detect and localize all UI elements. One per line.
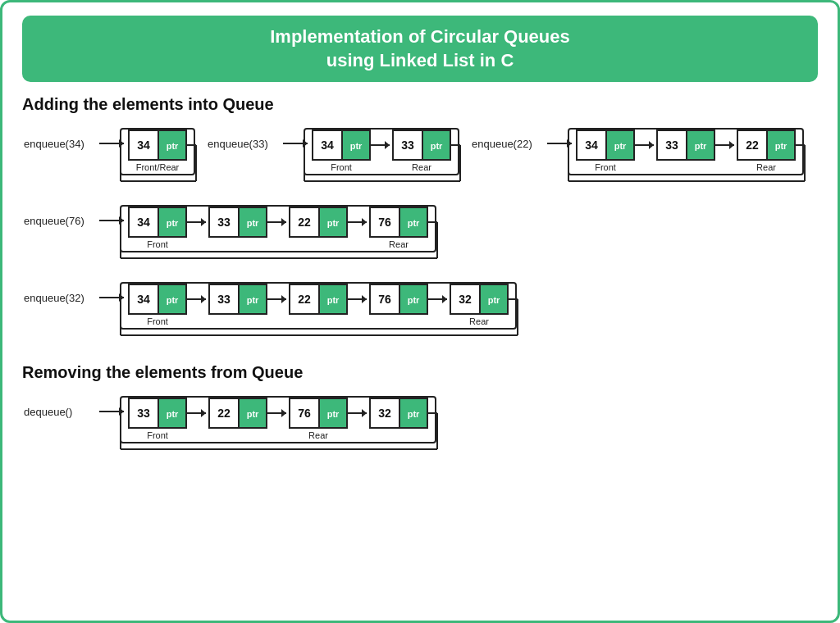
- svg-text:34: 34: [137, 293, 150, 306]
- svg-text:Front: Front: [595, 162, 616, 172]
- svg-text:ptr: ptr: [775, 141, 788, 151]
- svg-marker-162: [281, 409, 286, 417]
- svg-text:34: 34: [585, 139, 598, 152]
- svg-text:enqueue(22): enqueue(22): [472, 138, 532, 150]
- svg-text:enqueue(76): enqueue(76): [24, 215, 84, 227]
- svg-marker-155: [201, 409, 206, 417]
- svg-text:32: 32: [459, 293, 472, 306]
- svg-text:ptr: ptr: [327, 218, 340, 228]
- section-remove-title: Removing the elements from Queue: [22, 363, 818, 382]
- svg-text:33: 33: [401, 139, 414, 152]
- svg-text:ptr: ptr: [350, 141, 363, 151]
- svg-text:32: 32: [378, 407, 391, 420]
- page-wrapper: Implementation of Circular Queues using …: [0, 0, 840, 623]
- svg-text:22: 22: [298, 216, 311, 229]
- svg-marker-54: [729, 141, 734, 149]
- add-diagrams: enqueue(34)34ptrFront/Rearenqueue(33)34p…: [22, 122, 818, 353]
- svg-marker-133: [442, 295, 447, 303]
- svg-text:ptr: ptr: [327, 409, 340, 419]
- svg-text:Rear: Rear: [756, 162, 776, 172]
- row-svg-add-0: enqueue(34)34ptrFront/Rear: [22, 122, 206, 196]
- svg-marker-90: [362, 218, 367, 226]
- svg-text:Front: Front: [147, 430, 168, 440]
- svg-text:33: 33: [665, 139, 678, 152]
- svg-text:Rear: Rear: [469, 316, 489, 326]
- svg-text:ptr: ptr: [488, 295, 500, 305]
- svg-text:ptr: ptr: [327, 295, 340, 305]
- svg-text:33: 33: [217, 216, 231, 229]
- svg-text:22: 22: [746, 139, 759, 152]
- svg-text:ptr: ptr: [167, 409, 179, 419]
- section-add-title: Adding the elements into Queue: [22, 95, 818, 114]
- svg-text:ptr: ptr: [614, 141, 627, 151]
- svg-text:dequeue(): dequeue(): [24, 406, 72, 418]
- svg-text:ptr: ptr: [695, 141, 707, 151]
- svg-marker-25: [385, 141, 390, 149]
- svg-text:Rear: Rear: [308, 430, 328, 440]
- svg-text:34: 34: [137, 216, 150, 229]
- svg-marker-76: [201, 218, 206, 226]
- svg-text:34: 34: [321, 139, 334, 152]
- svg-text:Rear: Rear: [389, 239, 409, 249]
- svg-text:Front: Front: [147, 239, 168, 249]
- svg-text:Front/Rear: Front/Rear: [136, 162, 180, 172]
- row-svg-add-1: enqueue(33)34ptrFront33ptrRear: [206, 122, 470, 196]
- svg-text:enqueue(33): enqueue(33): [208, 138, 268, 150]
- row-svg-add-2: enqueue(22)34ptrFront33ptr22ptrRear: [470, 122, 815, 196]
- svg-marker-83: [281, 218, 286, 226]
- row-svg-add-4: enqueue(32)34ptrFront33ptr22ptr76ptr32pt…: [22, 276, 527, 350]
- remove-diagrams: dequeue()33ptrFront22ptr76ptrRear32ptr: [22, 390, 818, 467]
- svg-text:22: 22: [298, 293, 311, 306]
- svg-text:22: 22: [217, 407, 231, 420]
- svg-text:ptr: ptr: [167, 218, 179, 228]
- svg-marker-119: [281, 295, 286, 303]
- svg-text:ptr: ptr: [408, 295, 420, 305]
- svg-text:Front: Front: [147, 316, 168, 326]
- svg-marker-170: [362, 409, 367, 417]
- svg-text:ptr: ptr: [408, 218, 420, 228]
- svg-text:34: 34: [137, 139, 150, 152]
- svg-marker-112: [201, 295, 206, 303]
- row-svg-rem-0: dequeue()33ptrFront22ptr76ptrRear32ptr: [22, 390, 447, 464]
- svg-text:76: 76: [378, 293, 391, 306]
- svg-text:ptr: ptr: [247, 409, 259, 419]
- svg-text:ptr: ptr: [408, 409, 420, 419]
- svg-text:enqueue(32): enqueue(32): [24, 292, 84, 304]
- title-line1: Implementation of Circular Queues: [270, 26, 570, 47]
- svg-text:Rear: Rear: [412, 162, 431, 172]
- svg-text:Front: Front: [331, 162, 352, 172]
- svg-text:ptr: ptr: [167, 141, 179, 151]
- svg-marker-126: [362, 295, 367, 303]
- svg-text:enqueue(34): enqueue(34): [24, 138, 84, 150]
- svg-text:33: 33: [217, 293, 231, 306]
- svg-text:ptr: ptr: [167, 295, 179, 305]
- svg-text:76: 76: [298, 407, 311, 420]
- svg-marker-47: [649, 141, 654, 149]
- svg-text:76: 76: [378, 216, 391, 229]
- svg-text:ptr: ptr: [431, 141, 443, 151]
- title-line2: using Linked List in C: [326, 50, 514, 70]
- title-box: Implementation of Circular Queues using …: [22, 16, 818, 82]
- svg-text:ptr: ptr: [247, 218, 259, 228]
- svg-text:ptr: ptr: [247, 295, 259, 305]
- row-svg-add-3: enqueue(76)34ptrFront33ptr22ptr76ptrRear: [22, 199, 447, 273]
- svg-text:33: 33: [137, 407, 150, 420]
